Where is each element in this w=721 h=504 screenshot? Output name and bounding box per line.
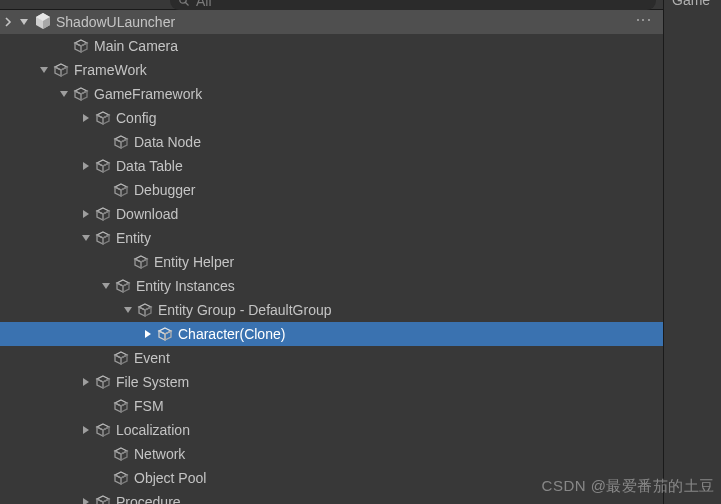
svg-marker-11 bbox=[75, 88, 87, 94]
hierarchy-row[interactable]: Main Camera bbox=[0, 34, 663, 58]
hierarchy-row[interactable]: Config bbox=[0, 106, 663, 130]
toggle-icon[interactable] bbox=[58, 88, 70, 100]
hierarchy-row-label: Main Camera bbox=[94, 38, 178, 54]
gameobject-icon bbox=[73, 86, 89, 102]
hierarchy-row[interactable]: FrameWork bbox=[0, 58, 663, 82]
svg-marker-10 bbox=[61, 67, 67, 76]
svg-marker-40 bbox=[145, 307, 151, 316]
svg-marker-36 bbox=[117, 283, 123, 292]
hierarchy-row[interactable]: Event bbox=[0, 346, 663, 370]
hierarchy-row-label: Entity bbox=[116, 230, 151, 246]
toggle-icon[interactable] bbox=[80, 496, 92, 504]
toggle-spacer bbox=[98, 184, 110, 196]
svg-marker-37 bbox=[123, 283, 129, 292]
gameobject-icon bbox=[113, 398, 129, 414]
svg-marker-21 bbox=[97, 163, 103, 172]
gameobject-icon bbox=[95, 374, 111, 390]
hierarchy-row[interactable]: Network bbox=[0, 442, 663, 466]
toggle-spacer bbox=[118, 256, 130, 268]
svg-point-0 bbox=[180, 0, 186, 3]
svg-marker-59 bbox=[115, 472, 127, 478]
toggle-icon[interactable] bbox=[80, 376, 92, 388]
gameobject-icon bbox=[95, 494, 111, 504]
svg-marker-27 bbox=[97, 211, 103, 220]
gameobject-icon bbox=[53, 62, 69, 78]
hierarchy-row[interactable]: Entity bbox=[0, 226, 663, 250]
svg-marker-18 bbox=[115, 139, 121, 148]
hierarchy-search-input[interactable]: All bbox=[170, 0, 656, 10]
svg-marker-57 bbox=[115, 451, 121, 460]
svg-marker-62 bbox=[97, 496, 109, 502]
hierarchy-row[interactable]: Debugger bbox=[0, 178, 663, 202]
hierarchy-row[interactable]: Entity Instances bbox=[0, 274, 663, 298]
hierarchy-row[interactable]: FSM bbox=[0, 394, 663, 418]
svg-line-1 bbox=[186, 3, 189, 6]
gameobject-icon bbox=[113, 446, 129, 462]
gameobject-icon bbox=[95, 158, 111, 174]
svg-marker-31 bbox=[103, 235, 109, 244]
hierarchy-row-label: Entity Helper bbox=[154, 254, 234, 270]
toggle-spacer bbox=[98, 352, 110, 364]
hierarchy-row-label: Event bbox=[134, 350, 170, 366]
svg-marker-35 bbox=[117, 280, 129, 286]
hierarchy-row-label: Debugger bbox=[134, 182, 196, 198]
svg-marker-6 bbox=[75, 43, 81, 52]
svg-marker-25 bbox=[121, 187, 127, 196]
hierarchy-row[interactable]: Object Pool bbox=[0, 466, 663, 490]
hierarchy-row[interactable]: Localization bbox=[0, 418, 663, 442]
svg-marker-7 bbox=[81, 43, 87, 52]
svg-marker-43 bbox=[165, 331, 171, 340]
svg-marker-20 bbox=[97, 160, 109, 166]
hierarchy-row[interactable]: GameFramework bbox=[0, 82, 663, 106]
svg-marker-56 bbox=[115, 448, 127, 454]
svg-marker-30 bbox=[97, 235, 103, 244]
svg-marker-24 bbox=[115, 187, 121, 196]
hierarchy-row[interactable]: File System bbox=[0, 370, 663, 394]
toggle-icon[interactable] bbox=[80, 232, 92, 244]
toggle-spacer bbox=[58, 40, 70, 52]
gameobject-icon bbox=[157, 326, 173, 342]
svg-marker-22 bbox=[103, 163, 109, 172]
toggle-icon[interactable] bbox=[80, 208, 92, 220]
gameobject-icon bbox=[113, 470, 129, 486]
scene-root-row[interactable]: ShadowULauncher ⋮ bbox=[0, 10, 663, 34]
toggle-icon[interactable] bbox=[80, 112, 92, 124]
toggle-spacer bbox=[98, 448, 110, 460]
svg-marker-51 bbox=[115, 403, 121, 412]
svg-marker-61 bbox=[121, 475, 127, 484]
hierarchy-row[interactable]: Character(Clone) bbox=[0, 322, 663, 346]
toggle-icon[interactable] bbox=[80, 160, 92, 172]
toggle-icon[interactable] bbox=[142, 328, 154, 340]
svg-marker-38 bbox=[139, 304, 151, 310]
toggle-icon[interactable] bbox=[100, 280, 112, 292]
svg-marker-14 bbox=[97, 112, 109, 118]
toggle-icon[interactable] bbox=[18, 16, 30, 28]
toggle-icon[interactable] bbox=[122, 304, 134, 316]
toggle-icon[interactable] bbox=[4, 16, 16, 28]
hierarchy-row[interactable]: Data Node bbox=[0, 130, 663, 154]
hierarchy-row-label: Entity Group - DefaultGroup bbox=[158, 302, 332, 318]
svg-marker-60 bbox=[115, 475, 121, 484]
hierarchy-tree: Main Camera FrameWork GameFramework Conf… bbox=[0, 34, 663, 504]
hierarchy-row[interactable]: Entity Group - DefaultGroup bbox=[0, 298, 663, 322]
toggle-icon[interactable] bbox=[80, 424, 92, 436]
hierarchy-row[interactable]: Data Table bbox=[0, 154, 663, 178]
hierarchy-row[interactable]: Entity Helper bbox=[0, 250, 663, 274]
svg-marker-46 bbox=[121, 355, 127, 364]
svg-marker-54 bbox=[97, 427, 103, 436]
svg-marker-50 bbox=[115, 400, 127, 406]
gameobject-icon bbox=[113, 182, 129, 198]
svg-marker-64 bbox=[103, 499, 109, 504]
svg-marker-26 bbox=[97, 208, 109, 214]
hierarchy-row-label: Localization bbox=[116, 422, 190, 438]
hierarchy-row-label: FSM bbox=[134, 398, 164, 414]
svg-marker-28 bbox=[103, 211, 109, 220]
hierarchy-row-label: Character(Clone) bbox=[178, 326, 285, 342]
gameobject-icon bbox=[115, 278, 131, 294]
hierarchy-row[interactable]: Download bbox=[0, 202, 663, 226]
hierarchy-row[interactable]: Procedure bbox=[0, 490, 663, 504]
toggle-icon[interactable] bbox=[38, 64, 50, 76]
more-menu-icon[interactable]: ⋮ bbox=[634, 12, 653, 26]
gameobject-icon bbox=[113, 134, 129, 150]
svg-marker-63 bbox=[97, 499, 103, 504]
